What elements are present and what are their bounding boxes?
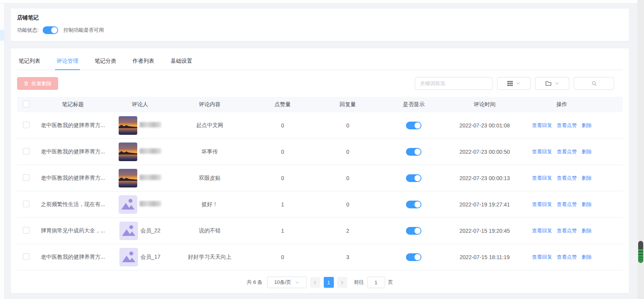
view-likes-link[interactable]: 查看点赞 xyxy=(557,175,577,181)
page-size-select[interactable]: 10条/页 xyxy=(267,277,307,288)
view-replies-link[interactable]: 查看回复 xyxy=(532,122,552,128)
batch-delete-button[interactable]: 批量删除 xyxy=(17,77,58,90)
visibility-toggle[interactable] xyxy=(406,253,421,261)
visibility-toggle[interactable] xyxy=(406,174,421,182)
toggle-knob xyxy=(51,27,57,33)
replies-count-cell: 3 xyxy=(315,244,381,270)
spacer-cell xyxy=(601,218,623,244)
prev-page-button[interactable] xyxy=(310,277,320,288)
comments-table: 笔记标题 评论人 评论内容 点赞量 回复量 是否显示 评论时间 操作 老中医教我… xyxy=(17,97,623,270)
page-number-1[interactable]: 1 xyxy=(324,277,334,288)
search-icon xyxy=(591,81,597,86)
view-likes-link[interactable]: 查看点赞 xyxy=(557,122,577,128)
comment-content-cell: 起点中文网 xyxy=(169,112,250,139)
feature-toggle[interactable] xyxy=(43,26,58,34)
tab-note-list[interactable]: 笔记列表 xyxy=(17,54,42,70)
commenter-avatar xyxy=(119,116,137,135)
view-replies-link[interactable]: 查看回复 xyxy=(532,254,552,260)
visibility-cell xyxy=(381,112,447,139)
commenter-cell xyxy=(111,139,169,165)
visibility-toggle[interactable] xyxy=(406,201,421,208)
column-header-actions: 操作 xyxy=(523,97,601,112)
view-replies-link[interactable]: 查看回复 xyxy=(532,201,552,207)
view-replies-link[interactable]: 查看回复 xyxy=(532,149,552,155)
goto-page-input[interactable] xyxy=(367,277,385,288)
column-header-time: 评论时间 xyxy=(447,97,523,112)
chevron-left-icon xyxy=(313,280,317,285)
commenter-name xyxy=(140,201,161,208)
view-likes-link[interactable]: 查看点赞 xyxy=(557,201,577,207)
comment-time-cell: 2022-07-15 18:11:19 xyxy=(447,244,523,270)
goto-label: 前往 xyxy=(354,279,364,286)
actions-cell: 查看回复查看点赞删除 xyxy=(523,139,601,165)
row-checkbox[interactable] xyxy=(23,253,29,260)
delete-link[interactable]: 删除 xyxy=(582,228,592,234)
trash-icon xyxy=(24,81,29,86)
visibility-cell xyxy=(381,165,447,191)
chevron-down-icon xyxy=(295,280,299,285)
column-settings-dropdown[interactable] xyxy=(497,77,530,90)
spacer-cell xyxy=(601,165,623,191)
column-header-commenter: 评论人 xyxy=(111,97,169,112)
likes-count-cell: 0 xyxy=(250,165,315,191)
row-checkbox[interactable] xyxy=(23,174,29,181)
note-title-cell: 之前频繁性生活，现在有... xyxy=(35,191,111,218)
search-button[interactable] xyxy=(574,77,614,90)
row-select-cell xyxy=(17,218,35,244)
view-likes-link[interactable]: 查看点赞 xyxy=(557,149,577,155)
replies-count-cell: 0 xyxy=(315,139,381,165)
toggle-knob xyxy=(414,201,421,208)
scrollbar-thumb-stripes xyxy=(638,249,643,262)
visibility-toggle[interactable] xyxy=(406,122,421,129)
commenter-avatar xyxy=(119,143,137,161)
column-header-comment: 评论内容 xyxy=(169,97,250,112)
delete-link[interactable]: 删除 xyxy=(582,149,592,155)
row-checkbox[interactable] xyxy=(23,227,29,234)
row-select-cell xyxy=(17,165,35,191)
tab-comment-management[interactable]: 评论管理 xyxy=(55,54,80,70)
chevron-down-icon xyxy=(516,81,520,86)
batch-delete-label: 批量删除 xyxy=(31,80,52,87)
delete-link[interactable]: 删除 xyxy=(582,122,592,128)
note-title-cell: 脾胃病常见中成药大全，... xyxy=(35,218,111,244)
tab-author-list[interactable]: 作者列表 xyxy=(131,54,156,70)
actions-cell: 查看回复查看点赞删除 xyxy=(523,112,601,139)
visibility-toggle[interactable] xyxy=(406,148,421,156)
commenter-name xyxy=(140,175,161,181)
page-size-value: 10条/页 xyxy=(274,279,291,286)
visibility-toggle[interactable] xyxy=(406,227,421,235)
toolbar: 批量删除 xyxy=(17,77,623,90)
commenter-name xyxy=(140,148,161,155)
view-replies-link[interactable]: 查看回复 xyxy=(532,228,552,234)
spacer-column xyxy=(601,97,623,112)
row-checkbox[interactable] xyxy=(23,122,29,128)
visibility-cell xyxy=(381,218,447,244)
tab-basic-settings[interactable]: 基础设置 xyxy=(169,54,194,70)
sidebar-active-item[interactable] xyxy=(0,30,4,41)
spacer-cell xyxy=(601,139,623,165)
commenter-name xyxy=(140,122,161,129)
comment-content-cell: 双眼皮贴 xyxy=(169,165,250,191)
visibility-cell xyxy=(381,139,447,165)
delete-link[interactable]: 删除 xyxy=(582,201,592,207)
keyword-filter-input[interactable] xyxy=(415,77,492,90)
select-all-checkbox[interactable] xyxy=(23,101,29,107)
spacer-cell xyxy=(601,191,623,218)
delete-link[interactable]: 删除 xyxy=(582,175,592,181)
vertical-scrollbar[interactable] xyxy=(637,0,644,299)
toggle-knob xyxy=(414,122,421,129)
row-checkbox[interactable] xyxy=(23,148,29,155)
next-page-button[interactable] xyxy=(337,277,347,288)
view-replies-link[interactable]: 查看回复 xyxy=(532,175,552,181)
select-all-cell xyxy=(17,97,35,112)
export-dropdown[interactable] xyxy=(535,77,569,90)
scrollbar-thumb[interactable] xyxy=(638,241,643,263)
delete-link[interactable]: 删除 xyxy=(582,254,592,260)
status-label: 功能状态: xyxy=(17,27,39,34)
toggle-knob xyxy=(414,175,421,181)
tab-note-category[interactable]: 笔记分类 xyxy=(93,54,118,70)
view-likes-link[interactable]: 查看点赞 xyxy=(557,228,577,234)
row-checkbox[interactable] xyxy=(23,201,29,207)
sidebar-sliver xyxy=(0,3,5,299)
view-likes-link[interactable]: 查看点赞 xyxy=(557,254,577,260)
